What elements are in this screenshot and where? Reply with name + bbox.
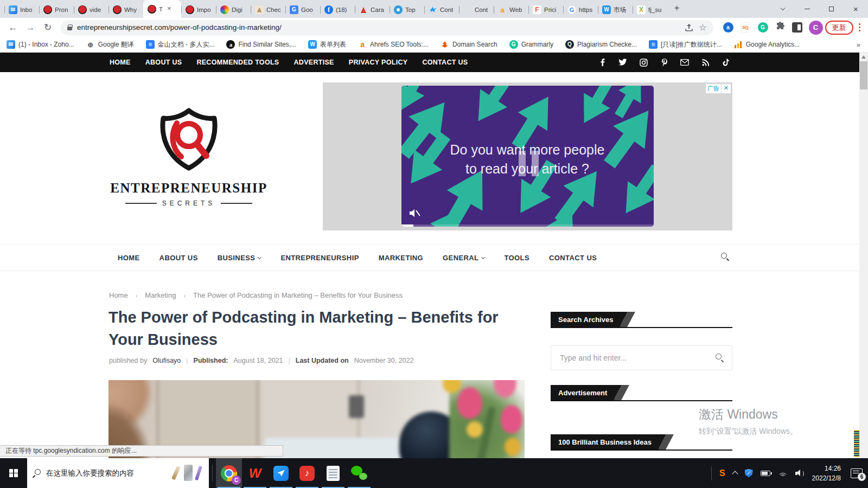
browser-tab[interactable]: T	[143, 0, 181, 18]
nav-item[interactable]: MARKETING	[379, 254, 423, 262]
sogou-ime-icon[interactable]: S	[719, 468, 725, 478]
reload-button[interactable]: ↻	[40, 20, 55, 35]
maximize-button[interactable]	[819, 0, 844, 18]
tab-close-icon[interactable]	[165, 5, 173, 13]
topbar-link[interactable]: ADVERTISE	[294, 59, 334, 66]
minimize-button[interactable]	[795, 0, 819, 18]
nav-item[interactable]: GENERAL	[443, 254, 484, 262]
taskbar-app-docs[interactable]	[268, 458, 294, 488]
mute-icon[interactable]	[409, 208, 421, 218]
video-progress-bar[interactable]	[401, 224, 654, 227]
rss-icon[interactable]	[701, 58, 710, 67]
action-center-icon[interactable]: 6	[851, 468, 863, 478]
facebook-icon[interactable]	[598, 58, 607, 67]
browser-tab[interactable]: Goo	[285, 2, 320, 18]
battery-icon[interactable]	[761, 471, 770, 476]
address-bar[interactable]: entrepreneurshipsecret.com/power-of-podc…	[61, 20, 713, 35]
browser-tab[interactable]: Cont	[459, 2, 494, 18]
nav-search-icon[interactable]	[721, 253, 729, 263]
browser-tab[interactable]: Prici	[528, 2, 563, 18]
browser-tab[interactable]: Inbo	[4, 2, 39, 18]
browser-tab[interactable]: Cara	[355, 2, 390, 18]
close-button[interactable]: ×	[844, 0, 868, 18]
archive-search-input[interactable]	[551, 345, 732, 370]
twitter-icon[interactable]	[618, 58, 627, 67]
bookmark-item[interactable]: Find Similar Sites,...	[226, 40, 296, 49]
browser-tab[interactable]: (18)	[320, 2, 355, 18]
pause-icon[interactable]	[519, 151, 539, 176]
topbar-link[interactable]: HOME	[110, 59, 131, 66]
search-submit-icon[interactable]	[716, 354, 724, 362]
nav-item[interactable]: HOME	[118, 254, 140, 262]
tiktok-icon[interactable]	[722, 58, 730, 67]
bookmark-item[interactable]: Google Analytics...	[734, 40, 800, 49]
scroll-up-icon[interactable]	[861, 55, 866, 59]
bookmark-item[interactable]: [只读]推广数据统计...	[649, 40, 722, 49]
site-logo[interactable]: ENTREPRENEURSHIP SECRETS	[107, 107, 270, 207]
new-tab-button[interactable]	[671, 2, 685, 16]
bookmark-item[interactable]: 表单列表	[308, 40, 346, 49]
instagram-icon[interactable]	[639, 58, 648, 67]
browser-tab[interactable]: Why	[108, 2, 143, 18]
scrollbar-thumb[interactable]	[860, 61, 867, 89]
nav-item[interactable]: BUSINESS	[218, 254, 261, 262]
bookmark-item[interactable]: Domain Search	[441, 40, 497, 49]
breadcrumb-category[interactable]: Marketing	[145, 291, 176, 299]
bookmark-item[interactable]: 金山文档 - 多人实...	[146, 40, 215, 49]
taskbar-app-chrome[interactable]: C	[216, 458, 242, 488]
start-button[interactable]	[0, 458, 27, 488]
grammarly-extension-icon[interactable]: G	[758, 22, 768, 33]
lock-icon[interactable]	[67, 27, 72, 30]
bookmark-item[interactable]: Ahrefs SEO Tools:...	[358, 40, 429, 49]
menu-dots-icon[interactable]	[856, 23, 864, 32]
volume-icon[interactable]	[795, 470, 805, 477]
bookmarks-overflow-icon[interactable]: »	[857, 41, 860, 49]
tab-search-caret-icon[interactable]	[770, 0, 795, 18]
pinterest-icon[interactable]	[660, 58, 668, 67]
browser-tab[interactable]: Chec	[251, 2, 285, 18]
topbar-link[interactable]: RECOMMENDED TOOLS	[196, 59, 279, 66]
taskbar-app-wps[interactable]: W	[242, 458, 268, 488]
chrome-update-button[interactable]: 更新	[825, 21, 853, 35]
taskbar-app-wechat[interactable]	[346, 458, 372, 488]
forward-button[interactable]: →	[23, 20, 38, 35]
bookmark-star-icon[interactable]: ☆	[699, 22, 706, 33]
topbar-link[interactable]: ABOUT US	[145, 59, 182, 66]
bookmark-item[interactable]: (1) - Inbox - Zoho...	[7, 40, 74, 49]
email-icon[interactable]	[680, 58, 689, 67]
nav-item[interactable]: ABOUT US	[159, 254, 198, 262]
nav-item[interactable]: TOOLS	[504, 254, 529, 262]
puzzle-extensions-icon[interactable]	[775, 22, 785, 34]
bookmark-item[interactable]: Grammarly	[509, 40, 553, 49]
taskbar-clock[interactable]: 14:26 2022/12/8	[812, 464, 841, 483]
browser-tab[interactable]: vide	[74, 2, 108, 18]
side-panel-icon[interactable]	[792, 22, 802, 33]
ime-toolbar-widget[interactable]	[854, 430, 859, 457]
tray-chevron-up-icon[interactable]	[732, 471, 738, 477]
topbar-link[interactable]: CONTACT US	[422, 59, 468, 66]
profile-avatar[interactable]: C	[809, 21, 823, 35]
page-scrollbar[interactable]	[859, 53, 868, 458]
browser-tab[interactable]: 市场	[598, 2, 633, 18]
browser-tab[interactable]: Digi	[216, 2, 251, 18]
security-shield-icon[interactable]: ✓	[745, 469, 753, 478]
ad-video[interactable]: Do you want more people to read your art…	[401, 86, 654, 227]
wifi-icon[interactable]	[778, 470, 788, 477]
nav-item[interactable]: CONTACT US	[549, 254, 597, 262]
author-link[interactable]: Olufisayo	[152, 357, 181, 364]
topbar-link[interactable]: PRIVACY POLICY	[349, 59, 408, 66]
bookmark-item[interactable]: Plagiarism Checke...	[565, 40, 637, 49]
browser-tab[interactable]: Pron	[39, 2, 74, 18]
taskbar-app-notepad[interactable]	[320, 458, 346, 488]
alexa-extension-icon[interactable]: a	[723, 22, 733, 33]
browser-tab[interactable]: fj_su	[633, 2, 667, 18]
seoquake-extension-icon[interactable]: SQ	[741, 22, 751, 33]
nav-item[interactable]: ENTREPRENEURSHIP	[280, 254, 359, 262]
share-icon[interactable]	[685, 23, 693, 32]
browser-tab[interactable]: Impo	[181, 2, 216, 18]
browser-tab[interactable]: Top	[390, 2, 424, 18]
taskbar-app-netease[interactable]: ♪	[294, 458, 320, 488]
browser-tab[interactable]: Web	[494, 2, 528, 18]
breadcrumb-home[interactable]: Home	[109, 291, 128, 299]
browser-tab[interactable]: Cont	[424, 2, 459, 18]
